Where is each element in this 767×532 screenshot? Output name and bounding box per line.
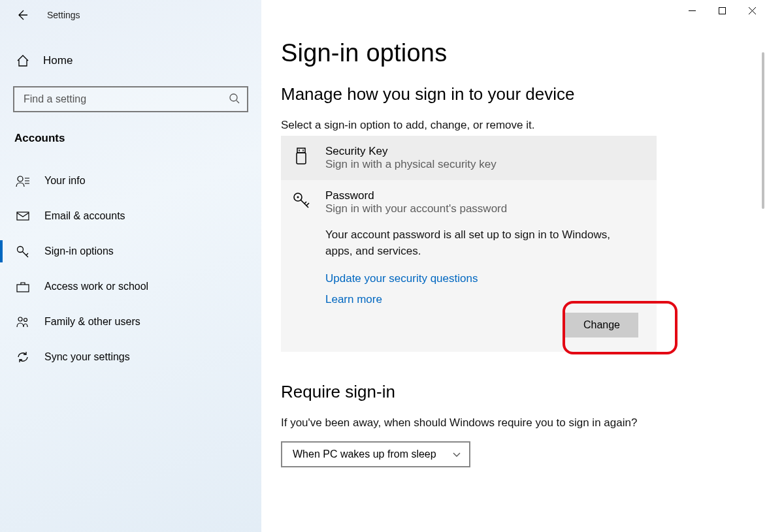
option-password[interactable]: Password Sign in with your account's pas…: [281, 180, 657, 225]
scrollbar[interactable]: [762, 52, 764, 209]
home-label: Home: [43, 54, 73, 67]
home-button[interactable]: Home: [13, 44, 248, 77]
svg-rect-16: [297, 153, 306, 164]
sidebar: Settings Home Accounts: [0, 0, 261, 532]
back-icon[interactable]: [16, 8, 29, 22]
sidebar-item-label: Email & accounts: [44, 210, 125, 222]
sidebar-item-email[interactable]: Email & accounts: [13, 198, 248, 234]
main-content: Sign-in options Manage how you sign in t…: [261, 0, 767, 532]
dropdown-selected: When PC wakes up from sleep: [293, 448, 436, 460]
svg-point-4: [230, 94, 237, 101]
update-security-questions-link[interactable]: Update your security questions: [325, 272, 478, 285]
category-title: Accounts: [13, 132, 248, 145]
people-icon: [16, 315, 30, 329]
svg-point-13: [18, 317, 22, 321]
search-field[interactable]: [24, 93, 229, 105]
svg-point-14: [24, 319, 27, 322]
sidebar-item-label: Sync your settings: [44, 351, 130, 363]
search-input[interactable]: [13, 86, 248, 112]
sidebar-item-label: Family & other users: [44, 316, 140, 328]
usb-key-icon: [291, 146, 311, 166]
sidebar-item-work-school[interactable]: Access work or school: [13, 269, 248, 304]
option-subtitle: Sign in with your account's password: [325, 202, 507, 215]
learn-more-link[interactable]: Learn more: [325, 293, 382, 306]
chevron-down-icon: [452, 450, 461, 459]
sync-icon: [16, 350, 30, 364]
sidebar-item-family[interactable]: Family & other users: [13, 304, 248, 339]
require-caption: If you've been away, when should Windows…: [281, 416, 754, 430]
svg-line-5: [237, 101, 239, 103]
require-signin-dropdown[interactable]: When PC wakes up from sleep: [281, 441, 470, 467]
option-security-key[interactable]: Security Key Sign in with a physical sec…: [281, 136, 657, 180]
option-subtitle: Sign in with a physical security key: [325, 158, 497, 171]
change-button[interactable]: Change: [565, 313, 638, 337]
titlebar: Settings: [0, 0, 261, 30]
sidebar-item-label: Sign-in options: [44, 245, 114, 257]
page-title: Sign-in options: [281, 39, 754, 67]
manage-caption: Select a sign-in option to add, change, …: [281, 119, 754, 132]
option-title: Security Key: [325, 145, 497, 158]
svg-point-20: [297, 196, 299, 198]
briefcase-icon: [16, 279, 30, 294]
sidebar-item-your-info[interactable]: Your info: [13, 163, 248, 198]
svg-rect-10: [17, 212, 29, 220]
sidebar-item-label: Your info: [44, 175, 86, 187]
svg-rect-15: [297, 148, 305, 153]
home-icon: [16, 54, 30, 68]
sidebar-item-label: Access work or school: [44, 281, 148, 292]
app-title: Settings: [47, 10, 80, 20]
mail-icon: [16, 209, 30, 223]
svg-point-6: [18, 176, 23, 181]
svg-rect-12: [17, 285, 29, 292]
key-large-icon: [291, 191, 311, 210]
nav-list: Your info Email & accounts Sign-in optio…: [13, 163, 248, 375]
key-icon: [16, 244, 30, 258]
password-description: Your account password is all set up to s…: [325, 227, 626, 259]
search-icon: [229, 93, 240, 106]
require-heading: Require sign-in: [281, 382, 754, 402]
option-password-expanded: Your account password is all set up to s…: [281, 225, 657, 352]
option-title: Password: [325, 189, 507, 202]
sidebar-item-sync[interactable]: Sync your settings: [13, 339, 248, 375]
sidebar-item-signin-options[interactable]: Sign-in options: [13, 234, 248, 269]
manage-heading: Manage how you sign in to your device: [281, 84, 754, 104]
user-icon: [16, 174, 30, 188]
